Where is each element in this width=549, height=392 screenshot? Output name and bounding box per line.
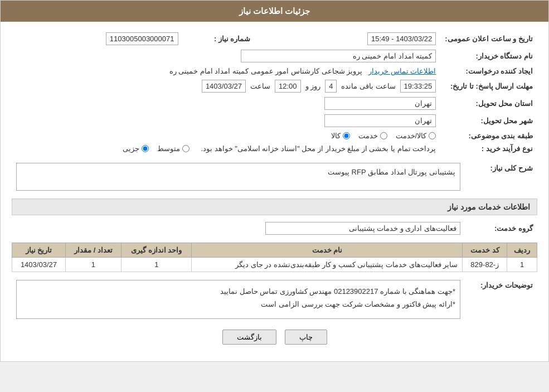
purchase-type-radio-group: متوسط جزیی bbox=[123, 144, 190, 153]
buyer-desc-line: *ارائه پیش فاکتور و مشخصات شرکت جهت بررس… bbox=[21, 298, 455, 311]
creator-value-cell: اطلاعات تماس خریدار پرویز شجاعی کارشناس … bbox=[12, 65, 440, 78]
city-row: شهر محل تحویل: تهران bbox=[12, 112, 537, 129]
send-date-time: 12:00 bbox=[275, 80, 301, 93]
send-date-row: مهلت ارسال پاسخ: تا تاریخ: 19:33:25 ساعت… bbox=[12, 78, 537, 95]
col-header-code: کد خدمت bbox=[463, 243, 507, 258]
main-info-table: تاریخ و ساعت اعلان عمومی: 1403/03/22 - 1… bbox=[12, 30, 537, 155]
category-label: طبقه بندی موضوعی: bbox=[440, 129, 537, 142]
category-label-khadamat: خدمت bbox=[358, 132, 378, 140]
col-header-date: تاریخ نیاز bbox=[12, 243, 66, 258]
purchase-type-row: نوع فرآیند خرید : پرداخت تمام یا بخشی از… bbox=[12, 142, 537, 155]
service-table-header-row: ردیف کد خدمت نام خدمت واحد اندازه گیری ت… bbox=[12, 243, 537, 258]
need-number-label: شماره نیاز : bbox=[183, 30, 255, 47]
category-option-kala-khadamat[interactable]: کالا/خدمت bbox=[396, 132, 436, 140]
need-desc-value-cell: پشتیبانی پورتال امداد مطابق RFP پیوست bbox=[12, 161, 465, 193]
creator-contact-link[interactable]: اطلاعات تماس خریدار bbox=[368, 67, 436, 75]
creator-value: پرویز شجاعی کارشناس امور عمومی کمیته امد… bbox=[169, 67, 363, 75]
send-date-value-cell: 19:33:25 ساعت باقی مانده 4 روز و 12:00 س… bbox=[12, 78, 440, 95]
category-radio-group: کالا/خدمت خدمت کالا bbox=[16, 132, 436, 140]
buyer-desc-table: توضیحات خریدار: *جهت هماهنگی با شماره 02… bbox=[12, 278, 537, 321]
city-value-cell: تهران bbox=[12, 112, 440, 129]
city-value: تهران bbox=[324, 114, 436, 127]
purchase-type-area: پرداخت تمام یا بخشی از مبلغ خریدار از مح… bbox=[16, 144, 436, 153]
cell-code: ز-82-829 bbox=[463, 258, 507, 272]
day-label: روز و bbox=[305, 82, 321, 90]
creator-label: ایجاد کننده درخواست: bbox=[440, 65, 537, 78]
buyer-org-label: نام دستگاه خریدار: bbox=[440, 47, 537, 65]
page-header: جزئیات اطلاعات نیاز bbox=[1, 1, 548, 22]
purchase-type-label-jozi: جزیی bbox=[123, 144, 139, 153]
need-desc-row: شرح کلی نیاز: پشتیبانی پورتال امداد مطاب… bbox=[12, 161, 537, 193]
category-label-kala-khadamat: کالا/خدمت bbox=[396, 132, 427, 140]
need-desc-table: شرح کلی نیاز: پشتیبانی پورتال امداد مطاب… bbox=[12, 161, 537, 193]
need-desc-label: شرح کلی نیاز: bbox=[465, 161, 537, 193]
public-date-label: تاریخ و ساعت اعلان عمومی: bbox=[440, 30, 537, 47]
cell-name: سایر فعالیت‌های خدمات پشتیبانی کسب و کار… bbox=[192, 258, 463, 272]
buyer-org-value: کمیته امداد امام خمینی ره bbox=[241, 50, 436, 62]
date-time-row: 19:33:25 ساعت باقی مانده 4 روز و 12:00 س… bbox=[16, 80, 436, 93]
purchase-type-option-motavaset[interactable]: متوسط bbox=[157, 144, 190, 153]
buyer-desc-label: توضیحات خریدار: bbox=[465, 278, 537, 321]
province-value-cell: تهران bbox=[12, 95, 440, 112]
buyer-desc-line: *جهت هماهنگی با شماره 02123902217 مهندس … bbox=[21, 285, 455, 298]
time-label: ساعت bbox=[250, 82, 270, 90]
need-desc-value: پشتیبانی پورتال امداد مطابق RFP پیوست bbox=[328, 168, 455, 176]
services-section-header: اطلاعات خدمات مورد نیاز bbox=[12, 199, 537, 215]
buyer-desc-value-cell: *جهت هماهنگی با شماره 02123902217 مهندس … bbox=[12, 278, 465, 321]
cell-date: 1403/03/27 bbox=[12, 258, 66, 272]
content-area: تاریخ و ساعت اعلان عمومی: 1403/03/22 - 1… bbox=[1, 22, 548, 361]
category-option-kala[interactable]: کالا bbox=[331, 132, 350, 140]
category-radio-kala[interactable] bbox=[343, 132, 350, 139]
send-date-day: 4 bbox=[325, 80, 337, 93]
buyer-org-row: نام دستگاه خریدار: کمیته امداد امام خمین… bbox=[12, 47, 537, 65]
need-number-row: تاریخ و ساعت اعلان عمومی: 1403/03/22 - 1… bbox=[12, 30, 537, 47]
province-label: استان محل تحویل: bbox=[440, 95, 537, 112]
province-row: استان محل تحویل: تهران bbox=[12, 95, 537, 112]
service-group-label: گروه خدمت: bbox=[465, 220, 537, 237]
purchase-type-label-motavaset: متوسط bbox=[157, 144, 180, 153]
service-table: ردیف کد خدمت نام خدمت واحد اندازه گیری ت… bbox=[12, 243, 537, 272]
purchase-type-label: نوع فرآیند خرید : bbox=[440, 142, 537, 155]
service-group-row: گروه خدمت: فعالیت‌های اداری و خدمات پشتی… bbox=[12, 220, 537, 237]
page-title: جزئیات اطلاعات نیاز bbox=[239, 6, 310, 16]
purchase-type-radio-jozi[interactable] bbox=[142, 145, 149, 152]
cell-unit: 1 bbox=[122, 258, 192, 272]
public-date-value: 1403/03/22 - 15:49 bbox=[367, 32, 436, 45]
cell-qty: 1 bbox=[65, 258, 121, 272]
cell-row: 1 bbox=[507, 258, 537, 272]
public-date-value-cell: 1403/03/22 - 15:49 bbox=[278, 30, 441, 47]
send-date-label: مهلت ارسال پاسخ: تا تاریخ: bbox=[440, 78, 537, 95]
need-desc-box: پشتیبانی پورتال امداد مطابق RFP پیوست bbox=[16, 163, 460, 191]
purchase-type-option-jozi[interactable]: جزیی bbox=[123, 144, 149, 153]
service-group-value-cell: فعالیت‌های اداری و خدمات پشتیبانی bbox=[12, 220, 465, 237]
buyer-desc-box: *جهت هماهنگی با شماره 02123902217 مهندس … bbox=[16, 280, 460, 319]
purchase-type-value-cell: پرداخت تمام یا بخشی از مبلغ خریدار از مح… bbox=[12, 142, 440, 155]
col-header-name: نام خدمت bbox=[192, 243, 463, 258]
buyer-org-value-cell: کمیته امداد امام خمینی ره bbox=[12, 47, 440, 65]
page-wrapper: جزئیات اطلاعات نیاز تاریخ و ساعت اعلان ع… bbox=[0, 0, 549, 362]
province-value: تهران bbox=[324, 97, 436, 110]
col-header-row: ردیف bbox=[507, 243, 537, 258]
service-group-table: گروه خدمت: فعالیت‌های اداری و خدمات پشتی… bbox=[12, 220, 537, 237]
creator-row: ایجاد کننده درخواست: اطلاعات تماس خریدار… bbox=[12, 65, 537, 78]
col-header-qty: تعداد / مقدار bbox=[65, 243, 121, 258]
table-row: 1 ز-82-829 سایر فعالیت‌های خدمات پشتیبان… bbox=[12, 258, 537, 272]
purchase-type-note: پرداخت تمام یا بخشی از مبلغ خریدار از مح… bbox=[201, 144, 436, 153]
category-option-khadamat[interactable]: خدمت bbox=[358, 132, 387, 140]
remaining-time: 19:33:25 bbox=[400, 80, 436, 93]
buttons-row: چاپ بازگشت bbox=[12, 330, 537, 353]
buyer-desc-row: توضیحات خریدار: *جهت هماهنگی با شماره 02… bbox=[12, 278, 537, 321]
city-label: شهر محل تحویل: bbox=[440, 112, 537, 129]
back-button[interactable]: بازگشت bbox=[222, 330, 276, 345]
print-button[interactable]: چاپ bbox=[285, 330, 327, 345]
col-header-unit: واحد اندازه گیری bbox=[122, 243, 192, 258]
category-radio-khadamat[interactable] bbox=[380, 132, 387, 139]
send-date-date: 1403/03/27 bbox=[202, 80, 246, 93]
category-row: طبقه بندی موضوعی: کالا/خدمت خدمت bbox=[12, 129, 537, 142]
need-number-value-cell: 1103005003000071 bbox=[12, 30, 183, 47]
category-value-cell: کالا/خدمت خدمت کالا bbox=[12, 129, 440, 142]
purchase-type-radio-motavaset[interactable] bbox=[182, 145, 190, 152]
category-radio-kala-khadamat[interactable] bbox=[429, 132, 436, 139]
remaining-label: ساعت باقی مانده bbox=[341, 82, 395, 90]
need-number-value: 1103005003000071 bbox=[106, 32, 178, 45]
